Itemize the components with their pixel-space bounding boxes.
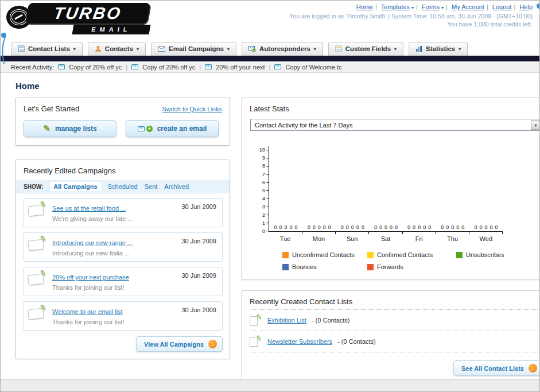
tab-label: Custom Fields (345, 45, 391, 52)
legend-swatch (367, 264, 374, 270)
campaign-title-link[interactable]: Introducing our new range ... (52, 239, 133, 246)
chart-x-labels: TueMonSunSatFriThuWed (269, 235, 503, 242)
recent-activity-item[interactable]: Copy of 20% off yc (142, 64, 195, 71)
bar-value-label: 0 (474, 224, 477, 230)
view-all-campaigns-label: View All Campaigns (144, 341, 204, 348)
recent-activity-item[interactable]: Copy of Welcome tc (285, 64, 341, 71)
chevron-down-icon: ▾ (394, 46, 397, 52)
bar-value-label: 0 (395, 224, 398, 230)
campaign-row[interactable]: ✎ Introducing our new range ... Introduc… (23, 232, 223, 262)
logout-link[interactable]: Logout (492, 3, 512, 10)
x-axis-label: Fri (402, 235, 436, 242)
campaign-subtitle: Introducing our new Italia ... (52, 250, 133, 257)
x-axis-label: Sat (369, 235, 402, 242)
tab-custom-fields[interactable]: Custom Fields▾ (328, 42, 403, 56)
separator: | (269, 64, 271, 71)
contact-list-row[interactable]: ✎ Newsletter Subscribers - (0 Contacts) (242, 331, 540, 352)
y-tick-label: 3 (262, 204, 269, 209)
bar-value-label: 0 (479, 224, 482, 230)
tab-label: Email Campaigns (169, 45, 224, 52)
bar-value-label: 0 (390, 224, 393, 230)
legend-entry: Bounces (282, 263, 367, 270)
filter-archived[interactable]: Archived (164, 183, 189, 190)
filter-all-campaigns[interactable]: All Campaigns (50, 182, 100, 191)
contact-list-link[interactable]: Exhibition List (267, 317, 306, 324)
separator: | (199, 64, 201, 71)
chart-bar-group: 00000 (469, 224, 503, 231)
recent-activity-item[interactable]: 20% off your next (216, 64, 265, 71)
tab-contacts[interactable]: Contacts▾ (88, 42, 146, 56)
envelope-pencil-icon: ✎ (28, 237, 46, 252)
bar-value-label: 0 (461, 224, 464, 230)
show-label: SHOW: (24, 184, 43, 190)
footer-strip (1, 379, 539, 391)
turbo-email-logo: TURBO EMAIL (5, 2, 166, 36)
switch-quick-links[interactable]: Switch to Quick Links (162, 106, 222, 112)
y-tick-label: 10 (259, 148, 269, 152)
bar-value-label: 0 (285, 224, 288, 230)
campaign-date: 30 Jun 2009 (181, 238, 216, 244)
chevron-down-icon: ▾ (314, 46, 316, 52)
tab-autoresponders[interactable]: Autoresponders▾ (242, 42, 323, 56)
campaign-row[interactable]: ✎ 20% off your next purchase Thanks for … (23, 267, 223, 296)
y-tick-label: 7 (262, 172, 269, 177)
legend-swatch (456, 252, 463, 258)
home-link[interactable]: Home (356, 3, 373, 10)
campaign-row[interactable]: ✎ See us at the retail food ... We're gi… (23, 198, 223, 227)
bar-value-label: 0 (407, 224, 410, 230)
manage-lists-label: manage lists (55, 125, 97, 133)
filter-sent[interactable]: Sent (145, 183, 158, 190)
envelope-icon (138, 126, 145, 131)
templates-link[interactable]: Templates (381, 3, 410, 10)
campaign-date: 30 Jun 2009 (181, 203, 216, 210)
get-started-title: Let's Get Started (24, 104, 79, 113)
tab-label: Statistics (426, 45, 455, 52)
login-info: You are logged in as 'Timothy Smith' | S… (289, 13, 533, 20)
statistics-icon (415, 45, 422, 52)
my-account-link[interactable]: My Account (452, 3, 484, 10)
select-dropdown-icon: ▼ (531, 120, 540, 130)
tab-statistics[interactable]: Statistics▾ (409, 42, 468, 56)
bar-value-label: 0 (313, 224, 316, 230)
contact-list-link[interactable]: Newsletter Subscribers (267, 338, 332, 345)
create-email-button[interactable]: + create an email (126, 120, 219, 137)
stats-period-select[interactable]: Contact Activity for the Last 7 Days ▼ (250, 119, 540, 131)
bar-value-label: 0 (379, 224, 382, 230)
campaign-row[interactable]: ✎ Welcome to our email list Thanks for j… (23, 301, 223, 331)
tab-contact-lists[interactable]: Contact Lists▾ (11, 42, 83, 56)
campaign-title-link[interactable]: 20% off your next purchase (52, 274, 129, 281)
view-all-campaigns-button[interactable]: View All Campaigns → (136, 336, 223, 352)
list-pencil-icon: ✎ (250, 315, 262, 326)
legend-entry: Unconfirmed Contacts (282, 251, 367, 258)
bar-value-label: 0 (428, 224, 431, 230)
help-link[interactable]: Help (519, 3, 533, 10)
decorative-blue-curve (1, 37, 9, 65)
bar-value-label: 0 (274, 224, 277, 230)
legend-entry: Confirmed Contacts (367, 251, 456, 258)
campaign-title-link[interactable]: Welcome to our email list (52, 308, 123, 315)
header: TURBO EMAIL Home| Templates ▾| Forms ▾| … (1, 1, 539, 37)
logo-title-text: TURBO (52, 4, 123, 23)
y-tick-label: 9 (262, 156, 269, 160)
chart-bar-group: 00000 (403, 224, 436, 231)
chart-plot: 00000000000000000000000000000000000 (269, 146, 503, 232)
autoresponders-icon (248, 45, 256, 52)
stats-period-value: Contact Activity for the Last 7 Days (255, 122, 353, 129)
bar-value-label: 0 (356, 224, 359, 230)
tab-label: Contacts (105, 45, 133, 52)
see-all-contact-lists-button[interactable]: See All Contact Lists → (453, 360, 540, 376)
contact-lists-icon (18, 45, 25, 52)
x-axis-label: Tue (269, 235, 302, 242)
campaign-title-link[interactable]: See us at the retail food ... (52, 205, 126, 212)
recent-activity-item[interactable]: Copy of 20% off yc (69, 64, 122, 71)
chevron-down-icon: ▾ (411, 5, 414, 10)
tab-email-campaigns[interactable]: Email Campaigns▾ (151, 42, 236, 56)
forms-link[interactable]: Forms (422, 3, 440, 10)
bar-value-label: 0 (423, 224, 426, 230)
bar-value-label: 0 (323, 224, 326, 230)
filter-scheduled[interactable]: Scheduled (108, 183, 138, 190)
x-axis-label: Thu (436, 235, 469, 242)
x-axis-label: Mon (302, 235, 335, 242)
contact-list-row[interactable]: ✎ Exhibition List - (0 Contacts) (242, 310, 540, 331)
manage-lists-button[interactable]: ✎ manage lists (24, 120, 116, 137)
